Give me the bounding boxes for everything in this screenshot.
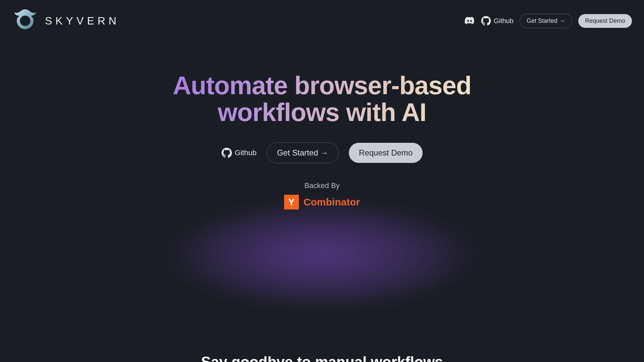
get-started-button-hero[interactable]: Get Started → (267, 142, 339, 163)
github-label-hero: Github (235, 148, 257, 157)
top-nav: Github Get Started → Request Demo (464, 14, 632, 28)
hero-cta-row: Github Get Started → Request Demo (0, 142, 644, 163)
secondary-heading: Say goodbye to manual workflows (0, 354, 644, 362)
github-icon (221, 147, 232, 158)
discord-icon (464, 15, 475, 26)
github-label-header: Github (494, 17, 514, 25)
discord-link[interactable] (464, 15, 475, 26)
request-demo-button-hero[interactable]: Request Demo (349, 143, 423, 163)
github-link-hero[interactable]: Github (221, 147, 257, 158)
ycombinator-link[interactable]: Y Combinator (284, 195, 360, 209)
get-started-button-header[interactable]: Get Started → (520, 14, 572, 28)
dragon-icon (12, 8, 38, 34)
brand-logo[interactable]: SKYVERN (12, 8, 120, 34)
hero-headline: Automate browser-based workflows with AI (171, 72, 473, 126)
github-icon (481, 16, 491, 26)
github-link-header[interactable]: Github (481, 16, 514, 26)
backed-by-label: Backed By (0, 181, 644, 190)
backed-by-block: Backed By Y Combinator (0, 181, 644, 209)
hero-section: Automate browser-based workflows with AI… (0, 72, 644, 209)
ycombinator-logo-icon: Y (284, 195, 299, 209)
secondary-section: Say goodbye to manual workflows (0, 354, 644, 362)
brand-name: SKYVERN (45, 15, 120, 27)
site-header: SKYVERN Github Get Started → Request Dem… (0, 0, 644, 34)
request-demo-button-header[interactable]: Request Demo (578, 14, 632, 28)
ycombinator-word: Combinator (304, 196, 360, 208)
